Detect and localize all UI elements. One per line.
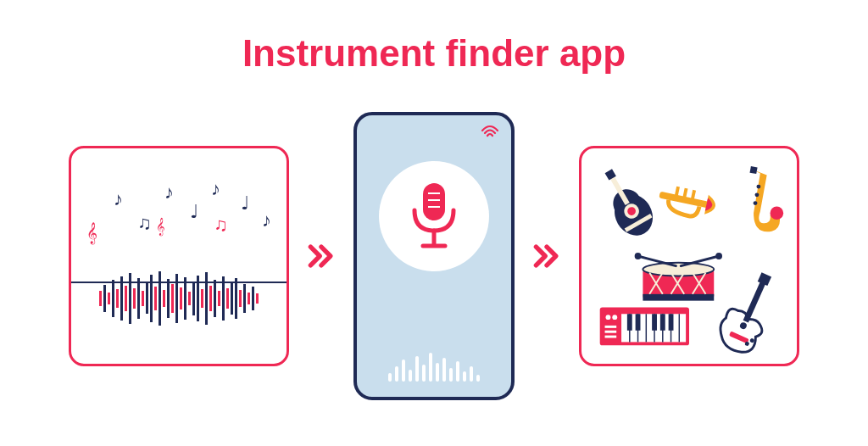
instruments-output-panel	[579, 146, 799, 366]
svg-rect-0	[423, 183, 445, 220]
svg-point-26	[635, 253, 642, 259]
svg-point-17	[771, 207, 784, 220]
svg-point-20	[754, 201, 758, 205]
svg-rect-21	[750, 166, 758, 174]
svg-point-44	[612, 315, 617, 320]
svg-rect-45	[605, 326, 617, 328]
svg-rect-15	[682, 188, 687, 198]
note-icon: ♪	[114, 188, 123, 210]
drum-icon	[635, 253, 722, 301]
svg-rect-14	[675, 187, 680, 197]
note-icon: 𝄞	[156, 218, 165, 236]
keyboard-icon	[600, 307, 689, 345]
arrow-right-icon	[306, 241, 337, 271]
svg-point-18	[756, 185, 760, 189]
microphone-icon	[404, 178, 464, 254]
saxophone-icon	[750, 166, 784, 231]
waveform-area	[71, 256, 287, 341]
svg-point-23	[643, 263, 714, 276]
svg-rect-24	[643, 294, 714, 301]
sound-input-panel: 𝄞 ♪ ♫ ♪ 𝄞 ♩ ♪ ♫ ♩ ♪	[69, 146, 289, 366]
equalizer-icon	[388, 353, 480, 382]
svg-rect-47	[605, 336, 617, 338]
diagram-flow: 𝄞 ♪ ♫ ♪ 𝄞 ♩ ♪ ♫ ♩ ♪	[69, 112, 799, 400]
note-icon: ♪	[164, 181, 174, 203]
wifi-icon	[481, 124, 499, 142]
svg-rect-39	[636, 314, 641, 331]
svg-point-43	[606, 315, 611, 320]
page-title: Instrument finder app	[242, 32, 626, 75]
note-icon: ♩	[241, 192, 249, 215]
note-icon: ♫	[214, 214, 228, 236]
note-icon: ♫	[137, 212, 152, 234]
trumpet-icon	[657, 183, 718, 221]
note-icon: 𝄞	[86, 222, 97, 244]
note-icon: ♪	[211, 178, 220, 200]
phone-device	[353, 112, 515, 400]
svg-point-28	[715, 253, 722, 259]
microphone-button	[379, 161, 489, 271]
arrow-right-icon	[531, 241, 562, 271]
svg-point-19	[755, 192, 760, 197]
svg-rect-48	[743, 280, 767, 323]
svg-rect-16	[691, 190, 696, 200]
svg-rect-38	[627, 314, 632, 331]
waveform-icon	[71, 256, 287, 341]
svg-rect-40	[652, 314, 657, 331]
svg-rect-41	[660, 314, 665, 331]
music-notes-area: 𝄞 ♪ ♫ ♪ 𝄞 ♩ ♪ ♫ ♩ ♪	[71, 171, 287, 256]
note-icon: ♪	[262, 209, 271, 231]
guitar-icon	[593, 162, 660, 243]
electric-guitar-icon	[714, 266, 784, 355]
svg-rect-46	[605, 331, 617, 333]
note-icon: ♩	[190, 201, 198, 223]
svg-rect-42	[669, 314, 674, 331]
